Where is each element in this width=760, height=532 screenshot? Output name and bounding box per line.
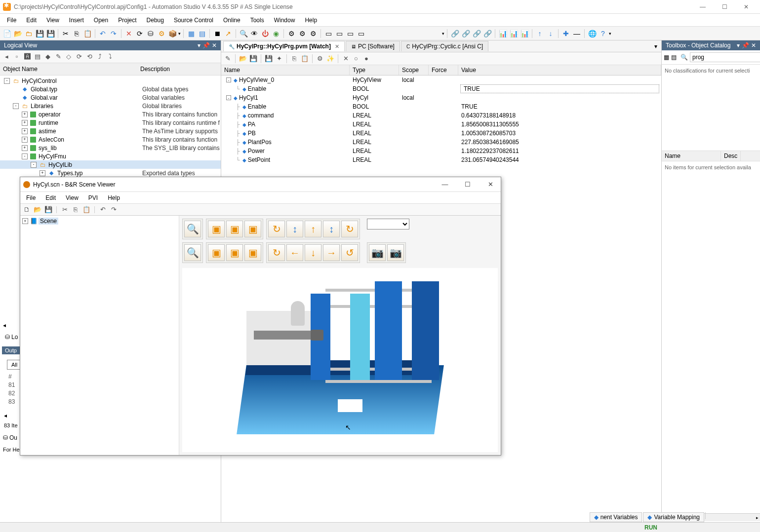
tree-item[interactable]: ◆Global.typGlobal data types bbox=[0, 85, 221, 93]
view-side-icon[interactable]: ▣ bbox=[226, 244, 243, 261]
arrow-left-icon[interactable]: ← bbox=[286, 244, 303, 261]
watch-value[interactable] bbox=[458, 79, 661, 80]
gear2-icon[interactable]: ⚙ bbox=[297, 29, 307, 38]
arrow-right-icon[interactable]: → bbox=[323, 244, 340, 261]
tab-close-icon[interactable]: ✕ bbox=[335, 43, 339, 50]
3d-canvas[interactable]: ↖ bbox=[182, 268, 498, 452]
watch-row[interactable]: -◆HyCylView_0HyCylViewlocal bbox=[221, 76, 661, 84]
mon1-icon[interactable]: ▭ bbox=[323, 29, 333, 38]
sv-save-icon[interactable]: 💾 bbox=[44, 205, 53, 214]
wt-paste-icon[interactable]: 📋 bbox=[300, 54, 309, 63]
db-icon[interactable]: ⛁ bbox=[146, 29, 156, 38]
wth-scope[interactable]: Scope bbox=[399, 65, 429, 75]
watch-row[interactable]: └◆EnableBOOLTRUE bbox=[221, 84, 661, 93]
menu-tools[interactable]: Tools bbox=[245, 15, 269, 26]
scene-menu-help[interactable]: Help bbox=[103, 193, 125, 203]
globe-icon[interactable]: 🌐 bbox=[587, 29, 597, 38]
axis-up-icon[interactable]: ↕ bbox=[286, 221, 303, 237]
stop-icon[interactable]: ⏹ bbox=[212, 29, 222, 38]
wt-save2-icon[interactable]: 💾 bbox=[264, 54, 273, 63]
tree-toggle[interactable]: - bbox=[4, 78, 10, 84]
tree-toggle[interactable]: + bbox=[22, 128, 28, 134]
wt-sparkle-icon[interactable]: ✨ bbox=[326, 54, 335, 63]
scene-maximize-button[interactable]: ☐ bbox=[460, 179, 475, 190]
cut-icon[interactable]: ✂ bbox=[61, 29, 71, 38]
watch-row[interactable]: ├◆PowerLREAL1.1802229237082611 bbox=[221, 147, 661, 155]
wt-star-icon[interactable]: ✦ bbox=[275, 54, 283, 63]
sv-undo-icon[interactable]: ↶ bbox=[98, 205, 107, 214]
scene-minimize-button[interactable]: — bbox=[438, 179, 452, 190]
mon2-icon[interactable]: ▭ bbox=[334, 29, 344, 38]
wth-value[interactable]: Value bbox=[458, 65, 661, 75]
pt-e-icon[interactable]: ◇ bbox=[64, 52, 73, 61]
menu-help[interactable]: Help bbox=[300, 15, 322, 26]
mon4-icon[interactable]: ▭ bbox=[356, 29, 366, 38]
pt-b-icon[interactable]: ▤ bbox=[33, 52, 42, 61]
pt-box-icon[interactable]: ▫ bbox=[12, 52, 21, 61]
tab-variables[interactable]: ◆nent Variables bbox=[590, 512, 642, 522]
scene-menu-edit[interactable]: Edit bbox=[40, 193, 61, 203]
pt-i-icon[interactable]: ⤵ bbox=[106, 52, 115, 61]
pt-a-icon[interactable]: 🅰 bbox=[23, 52, 32, 61]
trace3-icon[interactable]: 📊 bbox=[520, 29, 529, 38]
rotate-x-icon[interactable]: ↻ bbox=[268, 221, 285, 237]
new-icon[interactable]: 📄 bbox=[2, 29, 12, 38]
tree-item[interactable]: +operatorThis library contains function bbox=[0, 110, 221, 118]
pt-f-icon[interactable]: ⟳ bbox=[75, 52, 83, 61]
link3-icon[interactable]: 🔗 bbox=[472, 29, 481, 38]
build-icon[interactable]: ⚙ bbox=[157, 29, 166, 38]
link2-icon[interactable]: 🔗 bbox=[461, 29, 471, 38]
watch-row[interactable]: ├◆PlantPosLREAL227.85038346169085 bbox=[221, 138, 661, 147]
tree-item[interactable]: +astimeThe AsTime Library supports bbox=[0, 127, 221, 135]
tree-toggle[interactable]: + bbox=[22, 145, 28, 151]
tree-item[interactable]: +◆Types.typExported data types bbox=[0, 169, 221, 177]
watch-value[interactable]: 231.06574940243544 bbox=[458, 156, 661, 164]
refresh-icon[interactable]: ⟳ bbox=[135, 29, 145, 38]
view-top-icon[interactable]: ▣ bbox=[244, 221, 261, 237]
tree-toggle[interactable]: + bbox=[22, 137, 28, 143]
menu-source-control[interactable]: Source Control bbox=[169, 15, 218, 26]
menu-open[interactable]: Open bbox=[89, 15, 113, 26]
view-back-icon[interactable]: ▣ bbox=[244, 244, 261, 261]
editor-tab[interactable]: CHyCylPrg::Cyclic.c [Ansi C] bbox=[401, 41, 488, 51]
wth-force[interactable]: Force bbox=[429, 65, 458, 75]
tree-toggle[interactable]: + bbox=[22, 120, 28, 126]
menu-view[interactable]: View bbox=[41, 15, 64, 26]
tree-item[interactable]: -🗀HyCylLib bbox=[0, 160, 221, 169]
tab-variable-mapping[interactable]: ◆Variable Mapping bbox=[643, 512, 704, 522]
watch-row[interactable]: ├◆EnableBOOLTRUE bbox=[221, 102, 661, 111]
tree-toggle[interactable]: + bbox=[22, 112, 28, 117]
pt-g-icon[interactable]: ⟲ bbox=[85, 52, 94, 61]
power-icon[interactable]: ⏻ bbox=[260, 29, 270, 38]
grid-icon[interactable]: ▦ bbox=[186, 29, 196, 38]
rotate-ccw-icon[interactable]: ↺ bbox=[341, 244, 358, 261]
editor-tab[interactable]: 🖥PC [Software] bbox=[346, 41, 400, 51]
tree-item[interactable]: +AsIecConThis library contains function bbox=[0, 135, 221, 144]
tree-item[interactable]: -🗀HyCylControl bbox=[0, 76, 221, 85]
monitor-icon[interactable]: ◉ bbox=[271, 29, 281, 38]
menu-online[interactable]: Online bbox=[218, 15, 245, 26]
pt-prev-icon[interactable]: ◂ bbox=[2, 52, 11, 61]
gear1-icon[interactable]: ⚙ bbox=[286, 29, 296, 38]
menu-debug[interactable]: Debug bbox=[142, 15, 169, 26]
remove-icon[interactable]: — bbox=[572, 29, 582, 38]
paste-icon[interactable]: 📋 bbox=[82, 29, 92, 38]
watch-row[interactable]: ├◆PALREAL1.8565008311305555 bbox=[221, 120, 661, 129]
grid-mode-icon[interactable]: ▦ bbox=[664, 54, 669, 61]
search-input[interactable] bbox=[690, 52, 760, 62]
wt-go-icon[interactable]: ● bbox=[362, 54, 371, 63]
wth-type[interactable]: Type bbox=[350, 65, 399, 75]
mon3-icon[interactable]: ▭ bbox=[345, 29, 355, 38]
close-button[interactable]: ✕ bbox=[739, 2, 753, 12]
minimize-button[interactable]: — bbox=[696, 2, 710, 12]
help-icon[interactable]: ? bbox=[598, 29, 608, 38]
tree-item[interactable]: ◆Global.varGlobal variables bbox=[0, 93, 221, 102]
add-icon[interactable]: ✚ bbox=[561, 29, 571, 38]
sv-redo-icon[interactable]: ↷ bbox=[109, 205, 118, 214]
wt-del-icon[interactable]: ✕ bbox=[341, 54, 350, 63]
trace2-icon[interactable]: 📊 bbox=[509, 29, 519, 38]
sv-open-icon[interactable]: 📂 bbox=[33, 205, 42, 214]
tree-toggle[interactable]: - bbox=[13, 103, 19, 109]
toolbox-drop-icon[interactable]: ▾ bbox=[737, 42, 740, 49]
down-icon[interactable]: ↓ bbox=[546, 29, 556, 38]
